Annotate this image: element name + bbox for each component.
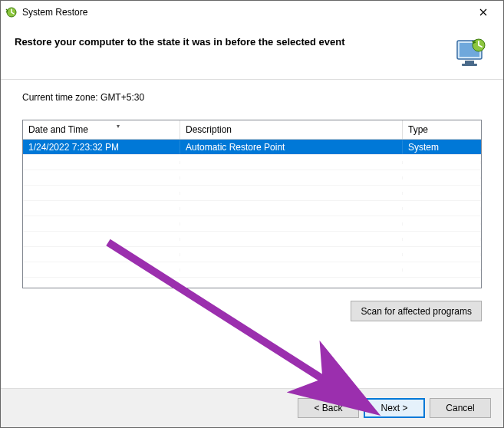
next-button[interactable]: Next > [364,398,425,418]
wizard-heading: Restore your computer to the state it wa… [15,35,445,48]
table-row-empty [23,247,481,262]
table-row-empty [23,201,481,216]
table-row-empty [23,262,481,278]
restore-points-table[interactable]: Date and Time ▾ Description Type 1/24/20… [22,120,482,288]
wizard-header: Restore your computer to the state it wa… [1,24,503,80]
table-header-row: Date and Time ▾ Description Type [23,120,481,140]
svg-rect-3 [465,61,474,64]
cell-date: 1/24/2022 7:23:32 PM [23,140,180,154]
cell-description: Automatic Restore Point [180,140,403,154]
back-button[interactable]: < Back [298,398,359,418]
col-header-date-label: Date and Time [28,124,88,135]
close-button[interactable] [468,2,499,23]
col-header-desc-label: Description [186,124,232,135]
col-header-date[interactable]: Date and Time ▾ [23,120,180,139]
table-row-empty [23,170,481,186]
scan-button-row: Scan for affected programs [22,301,482,321]
col-header-description[interactable]: Description [180,120,403,139]
cancel-button[interactable]: Cancel [430,398,491,418]
table-row-empty [23,232,481,247]
timezone-label: Current time zone: GMT+5:30 [22,92,482,103]
svg-rect-4 [462,64,477,66]
window-title: System Restore [22,7,468,18]
col-header-type[interactable]: Type [403,120,481,139]
table-row-empty [23,216,481,232]
restore-monitor-icon [453,35,489,71]
titlebar: System Restore [1,1,503,24]
cell-type: System [403,140,481,154]
col-header-type-label: Type [408,124,428,135]
table-row-empty [23,186,481,201]
sort-desc-icon: ▾ [117,123,120,130]
wizard-footer: < Back Next > Cancel [1,388,503,427]
system-restore-icon [5,6,18,18]
table-row-empty [23,155,481,170]
table-row[interactable]: 1/24/2022 7:23:32 PM Automatic Restore P… [23,140,481,155]
scan-affected-programs-button[interactable]: Scan for affected programs [351,301,482,321]
content-area: Current time zone: GMT+5:30 Date and Tim… [1,80,503,329]
